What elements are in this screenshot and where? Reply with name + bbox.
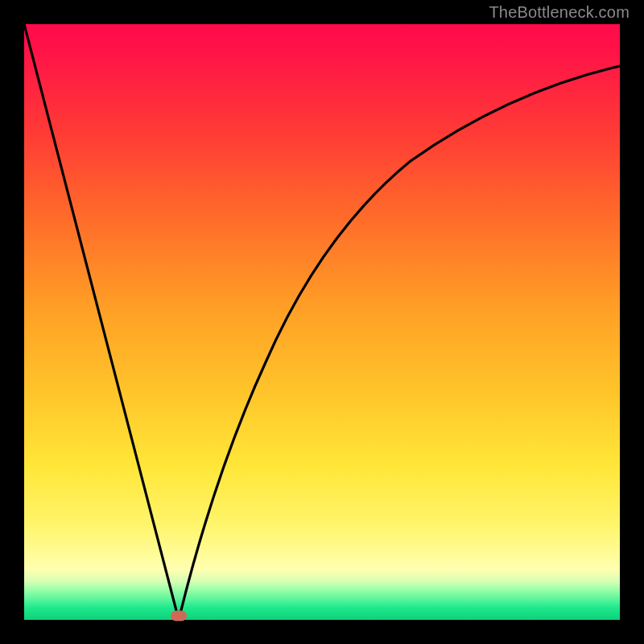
bottleneck-curve: [24, 24, 620, 620]
curve-left-branch: [24, 24, 179, 620]
chart-frame: TheBottleneck.com: [0, 0, 644, 644]
watermark-text: TheBottleneck.com: [489, 3, 630, 22]
plot-area: [24, 24, 620, 620]
curve-right-branch: [179, 66, 620, 620]
min-marker: [171, 611, 187, 621]
